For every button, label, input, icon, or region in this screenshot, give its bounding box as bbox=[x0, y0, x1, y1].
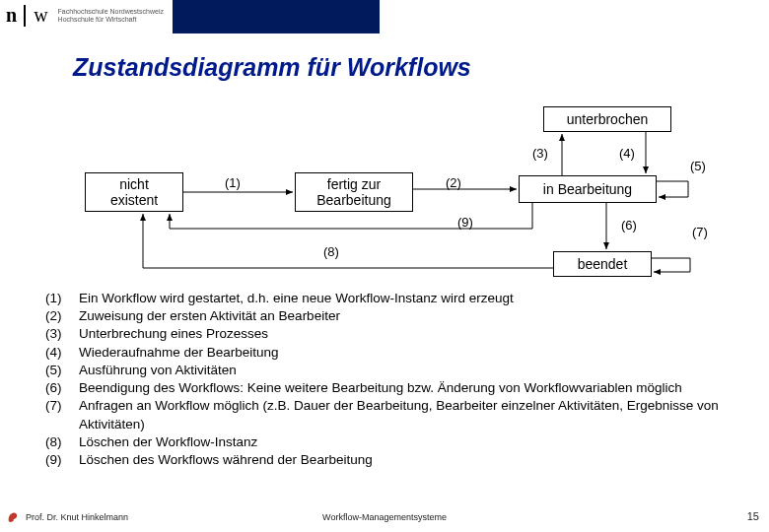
state-label: beendet bbox=[578, 256, 628, 272]
institution-line2: Hochschule für Wirtschaft bbox=[58, 16, 164, 24]
legend-text: Beendigung des Workflows: Keine weitere … bbox=[79, 379, 735, 397]
legend: (1)Ein Workflow wird gestartet, d.h. ein… bbox=[45, 290, 735, 469]
legend-item: (5)Ausführung von Aktivitäten bbox=[45, 362, 735, 379]
legend-item: (7)Anfragen an Workflow möglich (z.B. Da… bbox=[45, 397, 735, 432]
legend-text: Löschen der Workflow-Instanz bbox=[79, 433, 735, 451]
legend-item: (4)Wiederaufnahme der Bearbeitung bbox=[45, 344, 735, 362]
legend-num: (7) bbox=[45, 397, 79, 432]
state-label: fertig zur Bearbeitung bbox=[316, 176, 391, 208]
edge-label-6: (6) bbox=[621, 218, 637, 233]
footer-center: Workflow-Managementsysteme bbox=[0, 512, 769, 522]
legend-item: (8)Löschen der Workflow-Instanz bbox=[45, 433, 735, 451]
state-fertig: fertig zur Bearbeitung bbox=[295, 172, 413, 212]
edge-label-7: (7) bbox=[692, 225, 708, 239]
footer: Prof. Dr. Knut Hinkelmann Workflow-Manag… bbox=[0, 506, 769, 526]
logo-letter-n: n bbox=[6, 4, 16, 27]
institution-line1: Fachhochschule Nordwestschweiz bbox=[58, 8, 164, 16]
edge-label-9: (9) bbox=[457, 215, 473, 230]
logo-divider bbox=[24, 5, 26, 27]
legend-num: (9) bbox=[45, 451, 79, 469]
legend-num: (6) bbox=[45, 379, 79, 397]
state-beendet: beendet bbox=[553, 251, 652, 277]
edge-label-3: (3) bbox=[532, 146, 548, 161]
legend-item: (1)Ein Workflow wird gestartet, d.h. ein… bbox=[45, 290, 735, 307]
legend-text: Zuweisung der ersten Aktivität an Bearbe… bbox=[79, 307, 735, 325]
edge-label-4: (4) bbox=[619, 146, 635, 161]
legend-num: (2) bbox=[45, 307, 79, 325]
state-unterbrochen: unterbrochen bbox=[543, 106, 671, 132]
legend-text: Löschen des Workflows während der Bearbe… bbox=[79, 451, 735, 469]
legend-num: (5) bbox=[45, 362, 79, 379]
legend-item: (6)Beendigung des Workflows: Keine weite… bbox=[45, 379, 735, 397]
footer-page-number: 15 bbox=[747, 510, 759, 522]
legend-text: Unterbrechung eines Prozesses bbox=[79, 325, 735, 343]
state-nicht-existent: nicht existent bbox=[85, 172, 183, 212]
edge-label-2: (2) bbox=[446, 175, 461, 190]
legend-num: (3) bbox=[45, 325, 79, 343]
legend-text: Wiederaufnahme der Bearbeitung bbox=[79, 344, 735, 362]
legend-num: (1) bbox=[45, 290, 79, 307]
edge-label-8: (8) bbox=[323, 244, 339, 259]
header-bar: n w Fachhochschule Nordwestschweiz Hochs… bbox=[0, 0, 769, 33]
legend-num: (4) bbox=[45, 344, 79, 362]
state-in-bearbeitung: in Bearbeitung bbox=[519, 175, 657, 203]
state-label: unterbrochen bbox=[567, 111, 649, 127]
logo-letter-w: w bbox=[34, 4, 47, 27]
legend-text: Anfragen an Workflow möglich (z.B. Dauer… bbox=[79, 397, 735, 432]
slide: n w Fachhochschule Nordwestschweiz Hochs… bbox=[0, 0, 769, 532]
legend-num: (8) bbox=[45, 433, 79, 451]
institution-text: Fachhochschule Nordwestschweiz Hochschul… bbox=[58, 8, 164, 23]
legend-text: Ausführung von Aktivitäten bbox=[79, 362, 735, 379]
legend-item: (3)Unterbrechung eines Prozesses bbox=[45, 325, 735, 343]
slide-title: Zustandsdiagramm für Workflows bbox=[73, 53, 471, 82]
state-label: nicht existent bbox=[110, 176, 158, 208]
edge-label-1: (1) bbox=[225, 175, 241, 190]
header-blue-box bbox=[173, 0, 380, 33]
edge-label-5: (5) bbox=[690, 159, 706, 173]
logo: n w Fachhochschule Nordwestschweiz Hochs… bbox=[6, 4, 164, 27]
state-diagram: unterbrochen nicht existent fertig zur B… bbox=[59, 99, 710, 281]
state-label: in Bearbeitung bbox=[543, 181, 632, 197]
legend-text: Ein Workflow wird gestartet, d.h. eine n… bbox=[79, 290, 735, 307]
legend-item: (2)Zuweisung der ersten Aktivität an Bea… bbox=[45, 307, 735, 325]
legend-item: (9)Löschen des Workflows während der Bea… bbox=[45, 451, 735, 469]
